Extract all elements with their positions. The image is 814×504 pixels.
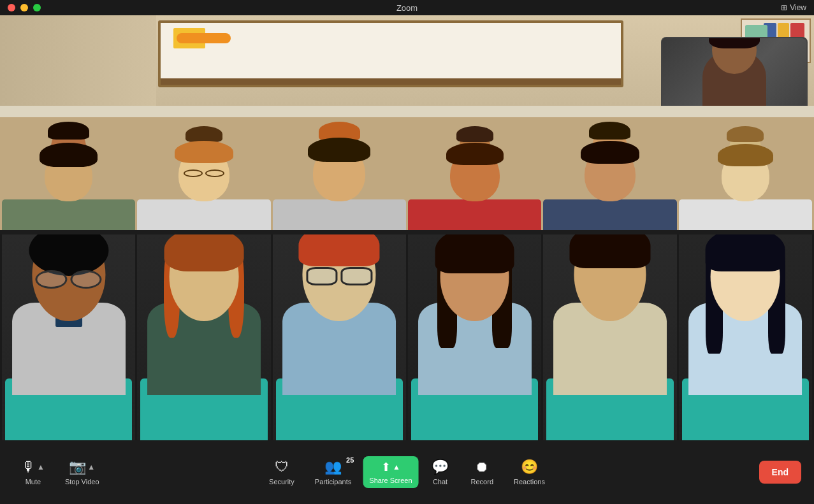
title-bar: Zoom ⊞ View <box>0 0 814 15</box>
body-1 <box>2 199 135 230</box>
hair-3 <box>308 138 370 162</box>
hair-4 <box>446 143 504 165</box>
whiteboard <box>158 20 623 87</box>
chat-label: Chat <box>433 478 447 486</box>
person-4 <box>408 160 541 230</box>
mic-icon: 🎙 <box>22 459 36 475</box>
student-cell-4 <box>408 106 541 230</box>
stop-video-button[interactable]: 📷 ▲ Stop Video <box>56 454 108 491</box>
bot-student-6 <box>679 234 812 440</box>
app-title: Zoom <box>396 3 418 13</box>
stop-video-label: Stop Video <box>65 478 99 486</box>
person-6 <box>679 160 812 230</box>
bot-student-5 <box>543 234 676 440</box>
bot-student-1 <box>2 234 135 440</box>
head-6 <box>711 234 780 321</box>
student-frame-4 <box>408 234 541 440</box>
row-gap <box>0 230 814 234</box>
sticky-note-2 <box>177 33 231 43</box>
student-cell-6 <box>679 106 812 230</box>
record-button[interactable]: ⏺ Record <box>462 454 502 491</box>
student-cell-1 <box>2 106 135 230</box>
chat-icon: 💬 <box>432 459 449 475</box>
hair-5b <box>569 234 650 268</box>
student-frame-6 <box>679 234 812 440</box>
participants-count: 25 <box>346 456 354 464</box>
back-hair-2 <box>185 126 222 142</box>
mute-button[interactable]: 🎙 ▲ Mute <box>13 454 54 491</box>
hair-5 <box>581 141 639 164</box>
minimize-btn[interactable] <box>20 4 28 11</box>
camera-icon: 📷 <box>69 459 86 475</box>
classroom-scene: Miss Chandi Nambiyar <box>0 15 814 106</box>
share-arrow[interactable]: ▲ <box>393 463 400 472</box>
reactions-icon: 😊 <box>521 459 538 475</box>
body-5 <box>543 199 676 230</box>
view-button[interactable]: ⊞ View <box>781 3 806 12</box>
student-frame-3 <box>273 234 406 440</box>
participants-icon: 👥 <box>324 459 342 475</box>
video-arrow[interactable]: ▲ <box>87 463 95 472</box>
student-cell-3 <box>273 106 406 230</box>
hair-6 <box>718 144 773 166</box>
back-hair-6 <box>727 126 764 142</box>
student-frame-1 <box>2 234 135 440</box>
hair-2b <box>164 234 244 271</box>
share-screen-button[interactable]: ⬆ ▲ Share Screen <box>363 456 418 488</box>
body-2 <box>137 199 270 230</box>
bot-student-3 <box>273 234 406 440</box>
bot-student-4 <box>408 234 541 440</box>
toolbar-right-section: End <box>759 461 801 484</box>
back-hair-4 <box>456 126 493 142</box>
participants-label: Participants <box>315 478 351 486</box>
person-2 <box>137 160 270 230</box>
chalk-tray <box>161 78 621 85</box>
face-3 <box>313 145 365 201</box>
person-3 <box>273 160 406 230</box>
participants-button[interactable]: 👥 Participants 25 <box>306 454 360 491</box>
face-6 <box>722 150 769 201</box>
toolbar: 🎙 ▲ Mute 📷 ▲ Stop Video 🛡 Security 👥 Par… <box>0 440 814 504</box>
mute-arrow[interactable]: ▲ <box>37 463 45 472</box>
end-button[interactable]: End <box>759 461 801 484</box>
hair-2 <box>175 141 233 163</box>
security-button[interactable]: 🛡 Security <box>260 454 303 491</box>
face-4 <box>450 149 500 201</box>
head-2 <box>170 234 239 321</box>
person-1 <box>2 160 135 230</box>
student-frame-2 <box>137 234 270 440</box>
maximize-btn[interactable] <box>33 4 41 11</box>
close-btn[interactable] <box>8 4 15 11</box>
student-frame-5 <box>543 234 676 440</box>
chat-button[interactable]: 💬 Chat <box>421 454 460 491</box>
video-area: Miss Chandi Nambiyar <box>0 15 814 440</box>
face-1 <box>45 150 92 201</box>
record-icon: ⏺ <box>475 459 489 475</box>
record-label: Record <box>471 478 493 486</box>
glasses-1 <box>36 270 102 289</box>
body-4 <box>408 199 541 230</box>
body-6 <box>679 199 812 230</box>
desk-overlay <box>0 106 814 117</box>
toolbar-left-section: 🎙 ▲ Mute 📷 ▲ Stop Video <box>13 454 108 491</box>
back-hair-5 <box>589 122 630 140</box>
toolbar-center-section: 🛡 Security 👥 Participants 25 ⬆ ▲ Share S… <box>260 454 554 491</box>
glasses-3 <box>307 267 373 285</box>
teacher-thumbnail: Miss Chandi Nambiyar <box>661 37 808 106</box>
hair-3b <box>299 234 380 266</box>
left-wall <box>0 15 156 106</box>
reactions-button[interactable]: 😊 Reactions <box>505 454 554 491</box>
bot-student-2 <box>137 234 270 440</box>
head-4 <box>440 234 509 321</box>
security-label: Security <box>269 478 294 486</box>
shield-icon: 🛡 <box>275 459 289 475</box>
face-2 <box>178 147 229 201</box>
share-screen-label: Share Screen <box>369 477 412 484</box>
face-5 <box>585 147 636 201</box>
body-3 <box>273 199 406 230</box>
bottom-row <box>0 234 814 440</box>
teacher-video: Miss Chandi Nambiyar <box>662 38 806 106</box>
middle-rows <box>0 106 814 230</box>
share-icon: ⬆ <box>381 460 391 474</box>
student-cell-5 <box>543 106 676 230</box>
